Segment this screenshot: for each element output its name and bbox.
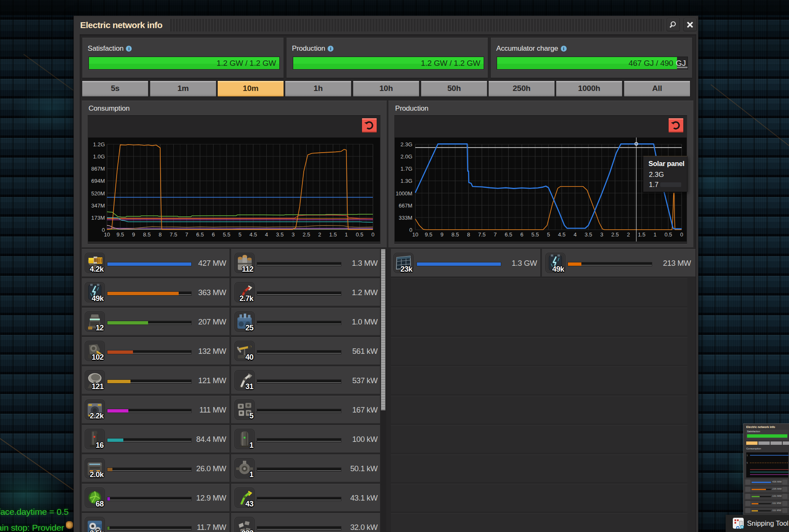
- svg-text:3: 3: [600, 231, 603, 238]
- svg-text:1: 1: [747, 454, 748, 457]
- svg-text:5: 5: [238, 231, 241, 238]
- svg-text:1.3G: 1.3G: [401, 178, 412, 184]
- svg-text:694M: 694M: [91, 178, 105, 184]
- svg-text:1.0G: 1.0G: [93, 153, 105, 160]
- svg-text:173M: 173M: [91, 215, 105, 221]
- svg-text:10: 10: [104, 231, 110, 238]
- svg-text:5.5: 5.5: [223, 231, 230, 238]
- svg-text:7: 7: [494, 231, 497, 238]
- svg-text:9.5: 9.5: [117, 231, 124, 238]
- svg-text:4: 4: [573, 231, 576, 238]
- svg-text:8.5: 8.5: [143, 231, 151, 238]
- svg-text:7: 7: [185, 231, 188, 238]
- svg-text:4.5: 4.5: [558, 231, 565, 238]
- svg-text:0: 0: [680, 231, 683, 238]
- svg-text:2: 2: [318, 231, 321, 238]
- svg-text:6: 6: [520, 231, 523, 238]
- svg-text:5: 5: [547, 231, 550, 238]
- svg-text:1.5: 1.5: [638, 231, 646, 238]
- svg-text:0.5: 0.5: [664, 231, 672, 238]
- svg-text:1: 1: [654, 231, 656, 238]
- svg-text:5: 5: [747, 462, 748, 464]
- svg-text:6.5: 6.5: [505, 231, 512, 238]
- svg-text:2.0G: 2.0G: [401, 153, 412, 160]
- svg-text:9: 9: [440, 231, 443, 238]
- svg-text:7.5: 7.5: [478, 231, 486, 238]
- svg-text:2: 2: [627, 231, 630, 238]
- svg-text:1: 1: [345, 231, 348, 238]
- svg-text:1.2G: 1.2G: [93, 141, 105, 148]
- svg-text:0: 0: [371, 231, 374, 238]
- svg-text:7.5: 7.5: [169, 231, 177, 238]
- svg-text:4.5: 4.5: [250, 231, 257, 238]
- svg-text:6: 6: [212, 231, 215, 238]
- svg-text:8: 8: [159, 231, 161, 238]
- svg-text:2.5: 2.5: [611, 231, 619, 238]
- svg-text:10: 10: [412, 231, 418, 238]
- svg-text:2.3G: 2.3G: [401, 141, 412, 148]
- svg-text:5.5: 5.5: [531, 231, 539, 238]
- svg-text:667M: 667M: [398, 202, 412, 209]
- svg-text:9.5: 9.5: [425, 231, 432, 238]
- svg-text:9: 9: [132, 231, 135, 238]
- svg-text:1.7G: 1.7G: [401, 166, 412, 172]
- svg-text:2.5: 2.5: [302, 231, 310, 238]
- svg-text:6.5: 6.5: [196, 231, 204, 238]
- svg-text:347M: 347M: [91, 202, 105, 209]
- svg-text:1.5: 1.5: [329, 231, 337, 238]
- svg-text:8: 8: [467, 231, 470, 238]
- svg-text:1000M: 1000M: [396, 190, 412, 197]
- svg-text:3: 3: [292, 231, 294, 238]
- svg-text:8.5: 8.5: [451, 231, 459, 238]
- svg-text:333M: 333M: [398, 215, 412, 221]
- svg-text:867M: 867M: [91, 166, 105, 172]
- svg-text:3.5: 3.5: [276, 231, 284, 238]
- svg-text:520M: 520M: [91, 190, 105, 197]
- svg-text:3.5: 3.5: [585, 231, 592, 238]
- svg-text:0.5: 0.5: [356, 231, 363, 238]
- svg-text:4: 4: [265, 231, 268, 238]
